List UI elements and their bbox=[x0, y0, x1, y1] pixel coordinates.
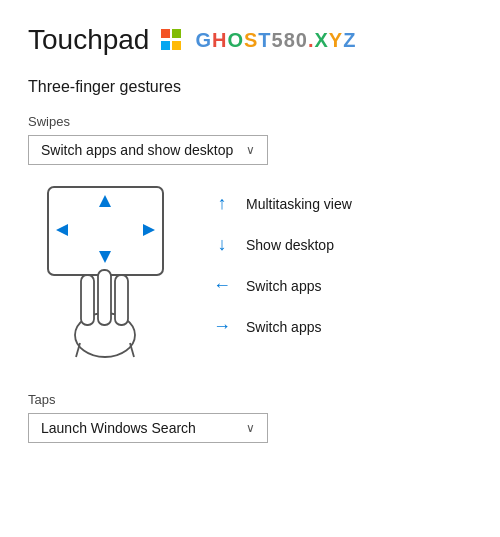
gesture-list: ↑ Multitasking view ↓ Show desktop ← Swi… bbox=[212, 185, 352, 337]
svg-rect-9 bbox=[98, 270, 111, 325]
gesture-arrow-2: ← bbox=[212, 275, 232, 296]
gesture-item-2: ← Switch apps bbox=[212, 275, 352, 296]
gesture-arrow-3: → bbox=[212, 316, 232, 337]
gesture-item-3: → Switch apps bbox=[212, 316, 352, 337]
taps-dropdown-value: Launch Windows Search bbox=[41, 420, 196, 436]
gesture-label-1: Show desktop bbox=[246, 237, 334, 253]
page-title: Touchpad bbox=[28, 24, 149, 56]
taps-dropdown[interactable]: Launch Windows Search ∨ bbox=[28, 413, 268, 443]
gesture-item-1: ↓ Show desktop bbox=[212, 234, 352, 255]
windows-logo bbox=[161, 29, 183, 51]
gesture-arrow-0: ↑ bbox=[212, 193, 232, 214]
gesture-arrow-1: ↓ bbox=[212, 234, 232, 255]
gesture-label-2: Switch apps bbox=[246, 278, 321, 294]
gesture-item-0: ↑ Multitasking view bbox=[212, 193, 352, 214]
taps-label: Taps bbox=[28, 392, 472, 407]
swipes-label: Swipes bbox=[28, 114, 472, 129]
swipes-dropdown[interactable]: Switch apps and show desktop ∨ bbox=[28, 135, 268, 165]
gesture-section: ↑ Multitasking view ↓ Show desktop ← Swi… bbox=[28, 185, 472, 364]
svg-rect-8 bbox=[81, 275, 94, 325]
svg-rect-10 bbox=[115, 275, 128, 325]
page-header: Touchpad GHOST580.XYZ bbox=[28, 24, 472, 56]
swipes-dropdown-value: Switch apps and show desktop bbox=[41, 142, 233, 158]
taps-dropdown-chevron: ∨ bbox=[246, 421, 255, 435]
touchpad-illustration bbox=[28, 185, 188, 364]
ghost-brand-text: GHOST580.XYZ bbox=[195, 29, 356, 52]
three-finger-section-title: Three-finger gestures bbox=[28, 78, 472, 96]
gesture-label-0: Multitasking view bbox=[246, 196, 352, 212]
gesture-label-3: Switch apps bbox=[246, 319, 321, 335]
swipes-dropdown-chevron: ∨ bbox=[246, 143, 255, 157]
